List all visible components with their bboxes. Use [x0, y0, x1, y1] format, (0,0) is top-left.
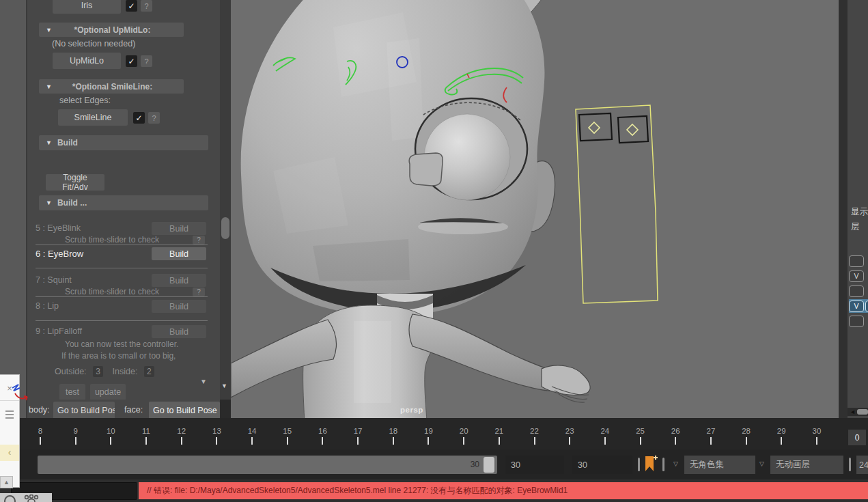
- inside-value-field[interactable]: 2: [144, 366, 154, 377]
- build-button[interactable]: Build: [152, 247, 206, 260]
- fps-field[interactable]: 24: [856, 456, 868, 474]
- perspective-viewport[interactable]: persp: [231, 0, 839, 418]
- toggle-fit-adv-button[interactable]: Toggle Fit/Adv: [46, 174, 104, 191]
- time-ruler[interactable]: 8910111213141516171819202122232425262728…: [26, 425, 842, 449]
- timeline-tick[interactable]: 12: [168, 427, 195, 445]
- time-slider[interactable]: 8910111213141516171819202122232425262728…: [0, 425, 868, 449]
- upmidlo-section-header[interactable]: ▼ *Optional UpMidLo:: [39, 23, 184, 37]
- build-button[interactable]: Build: [152, 274, 206, 287]
- iris-checkbox[interactable]: ✓: [126, 0, 137, 12]
- anim-layer-dropdown-icon[interactable]: ▽: [759, 460, 764, 467]
- timeline-tick[interactable]: 29: [768, 427, 795, 445]
- scrub-help-button[interactable]: ?: [193, 236, 205, 245]
- timeline-tick[interactable]: 26: [662, 427, 689, 445]
- timeline-tick[interactable]: 16: [309, 427, 336, 445]
- build-button[interactable]: Build: [152, 222, 206, 235]
- timeline-tick[interactable]: 24: [591, 427, 619, 445]
- build-header-label: Build: [57, 138, 78, 148]
- timeline-tick[interactable]: 25: [627, 427, 654, 445]
- timeline-tick[interactable]: 22: [521, 427, 548, 445]
- hscrollbar-thumb[interactable]: [857, 409, 868, 415]
- timeline-tick[interactable]: 18: [380, 427, 407, 445]
- upmidlo-help-button[interactable]: ?: [141, 55, 152, 67]
- build-list-header[interactable]: ▼ Build ...: [39, 195, 208, 210]
- layer-visibility-box[interactable]: V: [849, 270, 864, 282]
- upmidlo-checkbox[interactable]: ✓: [126, 55, 137, 67]
- playback-end-field[interactable]: 30: [572, 456, 632, 474]
- build-button[interactable]: Build: [152, 300, 206, 313]
- separator: [849, 458, 851, 471]
- range-slider[interactable]: 30: [38, 456, 497, 474]
- timeline-tick[interactable]: 14: [238, 427, 266, 445]
- outside-label: Outside:: [55, 367, 87, 376]
- back-button[interactable]: ‹: [0, 445, 19, 461]
- layer-type-box[interactable]: [865, 301, 868, 312]
- build-row-label: 5 : EyeBlink: [36, 223, 81, 233]
- outside-inside-row: Outside: 3 Inside: 2: [55, 366, 154, 377]
- timeline-tick[interactable]: 15: [274, 427, 301, 445]
- timeline-tick[interactable]: 17: [344, 427, 372, 445]
- face-label: face:: [124, 405, 143, 415]
- iris-help-button[interactable]: ?: [141, 0, 152, 12]
- timeline-tick[interactable]: 20: [450, 427, 477, 445]
- scroll-up-button[interactable]: ▲: [0, 476, 13, 488]
- upmidlo-header-label: *Optional UpMidLo:: [57, 25, 167, 35]
- scrollbar-down-arrow[interactable]: ▼: [221, 382, 227, 389]
- anim-layer-field[interactable]: 无动画层: [770, 456, 843, 474]
- range-end-value: 30: [471, 460, 479, 469]
- layer-row[interactable]: V: [849, 269, 868, 283]
- layer-visibility-box[interactable]: [849, 316, 864, 327]
- panel-scroll-down-icon[interactable]: ▼: [200, 378, 207, 385]
- smileline-button[interactable]: SmileLine: [58, 109, 128, 126]
- face-go-to-build-pose-button[interactable]: Go to Build Pose: [149, 402, 220, 419]
- timeline-tick[interactable]: 10: [97, 427, 124, 445]
- build-section-header[interactable]: ▼ Build: [39, 135, 208, 150]
- panel-scrollbar-thumb[interactable]: [221, 217, 229, 239]
- display-menu[interactable]: 显示: [851, 206, 868, 218]
- smileline-help-button[interactable]: ?: [148, 112, 160, 124]
- layer-row[interactable]: [849, 314, 868, 328]
- timeline-tick[interactable]: 8: [27, 427, 54, 445]
- body-go-to-build-pose-button[interactable]: Go to Build Pos: [53, 402, 115, 419]
- scrollbar-left-arrow[interactable]: ◄: [850, 408, 856, 415]
- set-key-icon[interactable]: [643, 455, 658, 474]
- layers-menu[interactable]: 层: [851, 221, 868, 233]
- error-message-bar[interactable]: // 错误: file: D:/Maya/AdvancedSkeleton5/A…: [139, 482, 868, 499]
- timeline-tick[interactable]: 23: [556, 427, 583, 445]
- scrub-help-button[interactable]: ?: [193, 288, 205, 296]
- timeline-tick[interactable]: 28: [733, 427, 760, 445]
- upmidlo-button[interactable]: UpMidLo: [53, 53, 121, 69]
- menu-lines-icon[interactable]: [5, 410, 14, 419]
- character-set-dropdown-icon[interactable]: ▽: [673, 460, 678, 467]
- layer-visibility-box[interactable]: V: [849, 301, 864, 312]
- smileline-checkbox[interactable]: ✓: [133, 112, 145, 124]
- layer-visibility-box[interactable]: [849, 285, 864, 297]
- timeline-tick[interactable]: 9: [62, 427, 89, 445]
- timeline-tick[interactable]: 11: [132, 427, 160, 445]
- panel-scrollbar[interactable]: ▼: [220, 0, 231, 400]
- playback-start-field[interactable]: 30: [505, 456, 564, 474]
- mini-axis-gizmo: [11, 382, 29, 406]
- camera-name-label: persp: [400, 406, 423, 414]
- layer-row-selected[interactable]: V: [849, 299, 868, 313]
- layer-row[interactable]: [849, 254, 868, 268]
- iris-button[interactable]: Iris: [53, 0, 121, 14]
- current-frame-field[interactable]: 0: [848, 430, 866, 445]
- smileline-section-header[interactable]: ▼ *Optional SmileLine:: [39, 79, 184, 94]
- outside-value-field[interactable]: 3: [93, 366, 103, 377]
- timeline-tick[interactable]: 27: [697, 427, 725, 445]
- range-slider-handle[interactable]: [484, 457, 494, 473]
- character-set-field[interactable]: 无角色集: [684, 456, 755, 474]
- layer-row[interactable]: [849, 284, 868, 298]
- layer-panel-hscrollbar[interactable]: ◄: [848, 408, 868, 416]
- timeline-tick[interactable]: 13: [203, 427, 230, 445]
- build-button[interactable]: Build: [152, 325, 206, 338]
- maya-window: Iris ✓ ? ▼ *Optional UpMidLo: (No select…: [0, 0, 868, 502]
- timeline-tick[interactable]: 21: [486, 427, 513, 445]
- update-button[interactable]: update: [90, 384, 126, 400]
- test-button[interactable]: test: [59, 384, 85, 400]
- nose-mesh[interactable]: [409, 153, 443, 186]
- timeline-tick[interactable]: 30: [803, 427, 830, 445]
- timeline-tick[interactable]: 19: [415, 427, 442, 445]
- layer-visibility-box[interactable]: [849, 255, 864, 267]
